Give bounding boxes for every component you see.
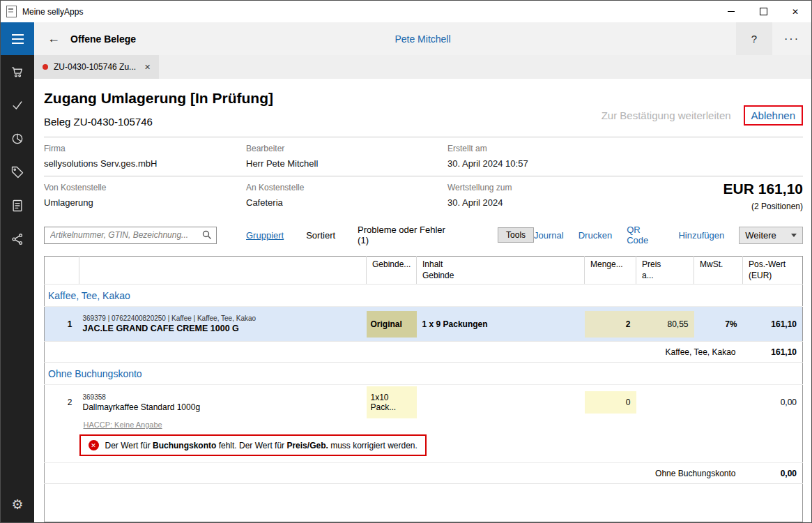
problems-filter[interactable]: Probleme oder Fehler (1) xyxy=(358,225,457,245)
sidebar-item-share[interactable] xyxy=(1,222,34,256)
maximize-icon xyxy=(760,8,767,15)
col-preis[interactable]: Preisa... xyxy=(636,257,694,285)
col-menge[interactable]: Menge... xyxy=(585,257,636,285)
cell-menge[interactable]: 0 xyxy=(585,385,636,420)
tools-button[interactable]: Tools xyxy=(498,227,534,243)
tab-open-document[interactable]: ZU-0430-105746 Zu... ✕ xyxy=(34,55,159,79)
info-firma: Firma sellysolutions Serv.ges.mbH xyxy=(44,144,246,169)
close-button[interactable]: ✕ xyxy=(779,1,811,22)
subtotal-row-ohne-buchungskonto: Ohne Buchungskonto 0,00 xyxy=(45,463,803,484)
article-meta: 369358 xyxy=(83,393,367,401)
print-link[interactable]: Drucken xyxy=(579,230,612,241)
table-row-1[interactable]: 1 369379 | 07622400820250 | Kaffee | Kaf… xyxy=(45,307,803,342)
cell-gebinde[interactable]: 1x10 Pack... xyxy=(367,385,417,420)
toolbar-left: Gruppiert Sortiert Probleme oder Fehler … xyxy=(246,225,534,245)
total-amount: EUR 161,10 xyxy=(723,181,803,197)
subtotal-row-kaffee: Kaffee, Tee, Kakao 161,10 xyxy=(45,342,803,363)
journal-book-icon xyxy=(10,199,24,213)
positions-table: Gebinde... InhaltGebinde Menge... Preisa… xyxy=(44,256,803,522)
col-inhalt-gebinde[interactable]: InhaltGebinde xyxy=(417,257,585,285)
grouped-toggle[interactable]: Gruppiert xyxy=(246,230,284,241)
price-tag-icon xyxy=(10,165,24,179)
qr-code-link[interactable]: QR Code xyxy=(627,225,664,245)
subtotal-label: Kaffee, Tee, Kakao xyxy=(45,342,743,363)
page-title: Offene Belege xyxy=(70,33,136,45)
info-value: 30. April 2024 10:57 xyxy=(447,158,803,169)
row-description: 369358 Dallmayrkaffee Standard 1000g xyxy=(79,385,367,420)
journal-link[interactable]: Journal xyxy=(534,230,564,241)
haccp-row: HACCP: Keine Angabe xyxy=(45,420,803,432)
document-title: Zugang Umlagerung [In Prüfung] xyxy=(44,90,273,107)
cell-pos-wert: 0,00 xyxy=(743,385,803,420)
close-icon: ✕ xyxy=(792,8,799,16)
document-actions: Zur Bestätigung weiterleiten Ablehnen xyxy=(602,105,803,126)
sidebar: ⚙ xyxy=(1,22,34,522)
search-input[interactable] xyxy=(44,227,217,244)
hamburger-icon xyxy=(12,34,24,44)
info-row-2: Von Kostenstelle Umlagerung An Kostenste… xyxy=(44,176,803,215)
info-label: Von Kostenstelle xyxy=(44,183,246,192)
document-subtitle: Beleg ZU-0430-105746 xyxy=(44,116,273,128)
more-dropdown-button[interactable]: Weitere xyxy=(739,227,803,244)
info-value: Umlagerung xyxy=(44,197,246,208)
article-meta: 369379 | 07622400820250 | Kaffee | Kaffe… xyxy=(83,314,367,322)
table-row-2[interactable]: 2 369358 Dallmayrkaffee Standard 1000g 1… xyxy=(45,385,803,420)
cell-menge[interactable]: 2 xyxy=(585,307,636,342)
add-link[interactable]: Hinzufügen xyxy=(678,230,724,241)
empty-cell xyxy=(45,420,79,432)
tab-close-icon[interactable]: ✕ xyxy=(144,63,151,72)
info-value: Herr Pete Mitchell xyxy=(246,158,447,169)
document-header: Zugang Umlagerung [In Prüfung] Beleg ZU-… xyxy=(44,89,803,137)
more-options-button[interactable]: ··· xyxy=(772,22,811,55)
col-gebinde[interactable]: Gebinde... xyxy=(367,257,417,285)
pie-chart-icon xyxy=(10,132,24,146)
error-icon xyxy=(89,440,99,450)
sidebar-item-documents[interactable] xyxy=(1,189,34,222)
cell-preis[interactable] xyxy=(636,385,694,420)
sidebar-item-cart[interactable] xyxy=(1,55,34,89)
sidebar-item-statistics[interactable] xyxy=(1,122,34,156)
minimize-button[interactable] xyxy=(715,1,747,22)
row-number: 1 xyxy=(45,307,79,342)
reject-button[interactable]: Ablehnen xyxy=(744,105,803,126)
col-pos-wert[interactable]: Pos.-Wert(EUR) xyxy=(743,257,803,285)
help-button[interactable]: ? xyxy=(736,22,772,55)
info-erstellt-am: Erstellt am 30. April 2024 10:57 xyxy=(447,144,803,169)
empty-cell xyxy=(45,432,79,463)
document-titles: Zugang Umlagerung [In Prüfung] Beleg ZU-… xyxy=(44,89,273,137)
chevron-down-icon xyxy=(791,234,797,237)
document-content: Zugang Umlagerung [In Prüfung] Beleg ZU-… xyxy=(34,79,811,522)
tab-strip: ZU-0430-105746 Zu... ✕ xyxy=(34,55,811,79)
info-value: Cafeteria xyxy=(246,197,447,208)
info-an-kostenstelle: An Kostenstelle Cafeteria xyxy=(246,183,447,208)
tab-label: ZU-0430-105746 Zu... xyxy=(54,62,136,72)
info-label: Firma xyxy=(44,144,246,153)
group-header-kaffee[interactable]: Kaffee, Tee, Kakao xyxy=(45,285,803,307)
current-user-link[interactable]: Pete Mitchell xyxy=(394,33,450,45)
cart-icon xyxy=(10,65,24,79)
sidebar-item-tasks[interactable] xyxy=(1,89,34,122)
forward-for-approval-button[interactable]: Zur Bestätigung weiterleiten xyxy=(602,109,731,121)
maximize-button[interactable] xyxy=(747,1,779,22)
back-button[interactable]: ← xyxy=(44,31,63,46)
group-header-ohne-buchungskonto[interactable]: Ohne Buchungskonto xyxy=(45,363,803,385)
sidebar-item-prices[interactable] xyxy=(1,156,34,189)
total-positions: (2 Positionen) xyxy=(723,202,803,211)
article-name: Dallmayrkaffee Standard 1000g xyxy=(83,402,367,412)
info-label: An Kostenstelle xyxy=(246,183,447,192)
document-total: EUR 161,10 (2 Positionen) xyxy=(723,181,803,211)
sorted-toggle[interactable]: Sortiert xyxy=(306,230,335,241)
haccp-info[interactable]: HACCP: Keine Angabe xyxy=(79,420,803,432)
cell-preis[interactable]: 80,55 xyxy=(636,307,694,342)
app-icon xyxy=(6,6,17,17)
col-mwst[interactable]: MwSt. xyxy=(694,257,743,285)
cell-gebinde[interactable]: Original xyxy=(367,307,417,342)
sidebar-menu-button[interactable] xyxy=(1,22,34,55)
cell-mwst: 7% xyxy=(694,307,743,342)
sidebar-item-settings[interactable]: ⚙ xyxy=(1,487,34,521)
row-number: 2 xyxy=(45,385,79,420)
info-row-1: Firma sellysolutions Serv.ges.mbH Bearbe… xyxy=(44,137,803,176)
header-bar: ← Offene Belege Pete Mitchell ? ··· xyxy=(34,22,811,55)
titlebar: Meine sellyApps ✕ xyxy=(1,1,811,22)
table-header-row: Gebinde... InhaltGebinde Menge... Preisa… xyxy=(45,257,803,285)
